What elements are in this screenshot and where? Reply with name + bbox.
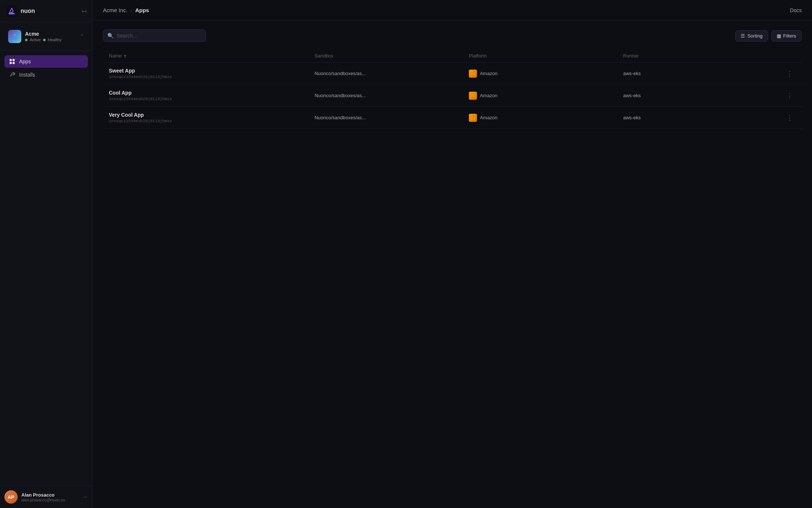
search-icon: 🔍	[107, 33, 114, 39]
cell-sandbox-1: Nuonco/sandboxes/as...	[314, 93, 469, 98]
cell-runner-1: aws-eks	[623, 93, 777, 98]
amazon-icon-0: amazon	[469, 70, 477, 78]
cell-platform-0: amazon Amazon	[469, 70, 623, 78]
col-header-sandbox: Sandbox	[314, 53, 469, 59]
breadcrumb-org[interactable]: Acme Inc.	[103, 7, 128, 13]
user-avatar: AP	[4, 490, 18, 504]
search-wrapper: 🔍	[103, 29, 206, 42]
svg-text:amazon: amazon	[471, 72, 476, 74]
cell-app-name-0: Sweet App insxqcz1544euh29j0ii3jhmxx	[109, 68, 314, 79]
sort-arrow-icon: ▼	[123, 54, 127, 58]
docs-button[interactable]: Docs	[790, 7, 802, 13]
sidebar-item-installs[interactable]: Installs	[4, 68, 88, 81]
sidebar-item-apps-label: Apps	[19, 59, 31, 64]
row-menu-1: ⋮	[777, 90, 796, 101]
sidebar-item-apps[interactable]: Apps	[4, 55, 88, 68]
breadcrumb-current-page: Apps	[135, 7, 149, 13]
filter-buttons: ☰ Sorting ▦ Filters	[735, 30, 802, 42]
cell-platform-1: amazon Amazon	[469, 92, 623, 100]
topbar: Acme Inc. › Apps Docs	[93, 0, 812, 21]
org-avatar	[8, 30, 21, 43]
collapse-sidebar-button[interactable]: ↤	[82, 8, 86, 15]
svg-text:amazon: amazon	[471, 116, 476, 118]
table-row[interactable]: Very Cool App insxqcz1544euh29j0ii3jhmxx…	[103, 107, 802, 129]
amazon-icon-1: amazon	[469, 92, 477, 100]
content-area: 🔍 ☰ Sorting ▦ Filters Name ▼	[93, 21, 812, 508]
cell-sandbox-2: Nuonco/sandboxes/as...	[314, 115, 469, 120]
sorting-icon: ☰	[741, 33, 745, 39]
row-menu-0: ⋮	[777, 68, 796, 79]
svg-rect-5	[10, 59, 12, 61]
cell-platform-2: amazon Amazon	[469, 114, 623, 122]
nuon-logo-icon	[6, 5, 18, 17]
col-header-name: Name ▼	[109, 53, 314, 59]
sidebar-logo: nuon ↤	[0, 0, 92, 22]
breadcrumb-separator: ›	[131, 7, 132, 13]
svg-rect-7	[10, 62, 12, 64]
cell-app-name-2: Very Cool App insxqcz1544euh29j0ii3jhmxx	[109, 112, 314, 123]
row-context-menu-button-2[interactable]: ⋮	[783, 112, 796, 123]
wrench-icon	[9, 71, 15, 78]
search-input[interactable]	[103, 29, 206, 42]
sidebar: nuon ↤ Acme Active Healthy	[0, 0, 93, 508]
filters-button[interactable]: ▦ Filters	[771, 30, 802, 42]
active-status-dot	[25, 39, 28, 41]
sidebar-item-installs-label: Installs	[19, 72, 35, 78]
filters-label: Filters	[783, 33, 796, 39]
user-email: alan.prosacco@nuon.co	[21, 498, 78, 502]
col-header-actions	[777, 53, 796, 59]
cell-sandbox-0: Nuonco/sandboxes/as...	[314, 71, 469, 76]
table-row[interactable]: Sweet App insxqcz1544euh29j0ii3jhmxx Nuo…	[103, 63, 802, 85]
row-menu-2: ⋮	[777, 112, 796, 123]
row-context-menu-button-0[interactable]: ⋮	[783, 68, 796, 79]
breadcrumb: Acme Inc. › Apps	[103, 7, 149, 13]
svg-rect-6	[13, 59, 15, 61]
filters-icon: ▦	[777, 33, 781, 39]
table-header: Name ▼ Sandbox Platform Runner	[103, 49, 802, 63]
cell-app-name-1: Cool App insxqcz1544euh29j0ii3jhmxx	[109, 90, 314, 101]
org-card[interactable]: Acme Active Healthy ⌃	[4, 27, 88, 46]
svg-rect-8	[13, 62, 15, 64]
toolbar: 🔍 ☰ Sorting ▦ Filters	[103, 29, 802, 42]
table-body: Sweet App insxqcz1544euh29j0ii3jhmxx Nuo…	[103, 63, 802, 129]
sorting-button[interactable]: ☰ Sorting	[735, 30, 768, 42]
logout-button[interactable]: →	[82, 494, 88, 500]
svg-point-4	[14, 34, 15, 36]
amazon-icon-2: amazon	[469, 114, 477, 122]
healthy-status-label: Healthy	[48, 38, 61, 42]
svg-rect-0	[6, 5, 18, 17]
apps-table: Name ▼ Sandbox Platform Runner Sweet App…	[103, 49, 802, 129]
user-info: Alan Prosacco alan.prosacco@nuon.co	[21, 492, 78, 502]
chevron-down-icon: ⌃	[80, 33, 84, 39]
col-header-runner: Runner	[623, 53, 777, 59]
table-row[interactable]: Cool App insxqcz1544euh29j0ii3jhmxx Nuon…	[103, 85, 802, 107]
org-status: Active Healthy	[25, 38, 76, 42]
logo-group[interactable]: nuon	[6, 5, 35, 17]
active-status-label: Active	[30, 38, 41, 42]
sorting-label: Sorting	[747, 33, 762, 39]
cell-runner-0: aws-eks	[623, 71, 777, 76]
org-name: Acme	[25, 31, 76, 37]
user-name: Alan Prosacco	[21, 492, 78, 498]
svg-text:amazon: amazon	[471, 94, 476, 96]
org-info: Acme Active Healthy	[25, 31, 76, 42]
logo-text: nuon	[21, 8, 35, 14]
main-content: Acme Inc. › Apps Docs 🔍 ☰ Sorting ▦ Filt…	[93, 0, 812, 508]
org-section: Acme Active Healthy ⌃	[0, 22, 92, 51]
row-context-menu-button-1[interactable]: ⋮	[783, 90, 796, 101]
cell-runner-2: aws-eks	[623, 115, 777, 120]
grid-icon	[9, 58, 15, 65]
sidebar-nav: Apps Installs	[0, 51, 92, 486]
sidebar-footer: AP Alan Prosacco alan.prosacco@nuon.co →	[0, 486, 92, 508]
healthy-status-dot	[43, 39, 46, 41]
col-header-platform: Platform	[469, 53, 623, 59]
